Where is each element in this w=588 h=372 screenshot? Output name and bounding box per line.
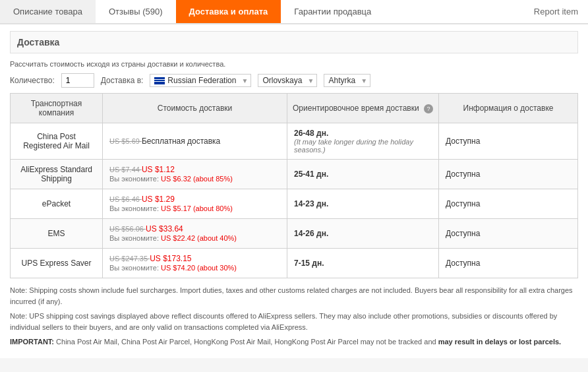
shipping-availability: Доступна: [439, 189, 578, 219]
region-value: Orlovskaya: [262, 76, 302, 85]
shipping-time: 25-41 дн.: [287, 160, 439, 189]
header-carrier: Транспортная компания: [11, 94, 103, 123]
savings-value: US $5.17 (about 80%): [161, 204, 233, 212]
savings-prefix: Вы экономите:: [109, 234, 161, 242]
tab-reviews[interactable]: Отзывы (590): [96, 0, 176, 23]
city-dropdown-icon: ▼: [361, 77, 367, 84]
header-info: Информация о доставке: [439, 94, 578, 123]
original-price: US $5.69: [109, 137, 142, 145]
discount-price: US $1.12: [142, 165, 175, 174]
shipping-cost: US $56.06 US $33.64Вы экономите: US $22.…: [103, 219, 287, 249]
tab-description[interactable]: Описание товара: [0, 0, 96, 23]
shipping-cost: US $6.46 US $1.29Вы экономите: US $5.17 …: [103, 189, 287, 219]
shipping-availability: Доступна: [439, 219, 578, 249]
carrier-name: EMS: [11, 219, 103, 249]
shipping-cost: US $7.44 US $1.12Вы экономите: US $6.32 …: [103, 160, 287, 189]
table-row: UPS Express SaverUS $247.35 US $173.15Вы…: [11, 249, 578, 278]
carrier-name: ePacket: [11, 189, 103, 219]
table-row: China Post Registered Air MailUS $5.69 Б…: [11, 123, 578, 160]
time-main: 14-23 дн.: [294, 199, 432, 208]
time-main: 26-48 дн.: [294, 129, 432, 138]
note3-bold: may result in delays or lost parcels.: [438, 338, 561, 346]
region-select-wrapper[interactable]: Orlovskaya ▼: [258, 74, 317, 87]
time-main: 7-15 дн.: [294, 259, 432, 268]
region-dropdown-icon: ▼: [308, 77, 314, 84]
shipping-time: 14-23 дн.: [287, 189, 439, 219]
shipping-time: 14-26 дн.: [287, 219, 439, 249]
shipping-time: 7-15 дн.: [287, 249, 439, 278]
table-row: EMSUS $56.06 US $33.64Вы экономите: US $…: [11, 219, 578, 249]
shipping-cost: US $247.35 US $173.15Вы экономите: US $7…: [103, 249, 287, 278]
note1: Note: Shipping costs shown include fuel …: [10, 285, 578, 307]
delivery-label: Доставка в:: [101, 76, 144, 85]
savings-value: US $6.32 (about 85%): [161, 175, 233, 183]
shipping-availability: Доступна: [439, 160, 578, 189]
carrier-name: AliExpress Standard Shipping: [11, 160, 103, 189]
note3-text: China Post Air Mail, China Post Air Parc…: [56, 338, 438, 346]
table-row: ePacketUS $6.46 US $1.29Вы экономите: US…: [11, 189, 578, 219]
content-area: Доставка Рассчитать стоимость исходя из …: [0, 24, 588, 358]
shipping-table: Транспортная компания Стоимость доставки…: [10, 93, 578, 278]
tab-guarantee[interactable]: Гарантии продавца: [281, 0, 384, 23]
shipping-availability: Доступна: [439, 123, 578, 160]
country-select-wrapper[interactable]: Russian Federation ▼: [150, 74, 251, 87]
savings-value: US $74.20 (about 30%): [161, 264, 237, 272]
city-value: Ahtyrka: [328, 76, 355, 85]
original-price: US $56.06: [109, 225, 146, 233]
shipping-cost: US $5.69 Бесплатная доставка: [103, 123, 287, 160]
savings-prefix: Вы экономите:: [109, 264, 161, 272]
time-main: 14-26 дн.: [294, 229, 432, 238]
savings-value: US $22.42 (about 40%): [161, 234, 237, 242]
discount-price: US $1.29: [142, 195, 175, 204]
time-note: (It may take longer during the holiday s…: [294, 138, 432, 154]
table-row: AliExpress Standard ShippingUS $7.44 US …: [11, 160, 578, 189]
header-time: Ориентировочное время доставки ?: [287, 94, 439, 123]
quantity-input[interactable]: [61, 73, 94, 88]
note2: Note: UPS shipping cost savings displaye…: [10, 311, 578, 332]
country-value: Russian Federation: [167, 76, 236, 85]
report-item-link[interactable]: Report item: [524, 0, 588, 23]
country-dropdown-icon: ▼: [242, 77, 249, 84]
carrier-name: UPS Express Saver: [11, 249, 103, 278]
shipping-form: Количество: Доставка в: Russian Federati…: [10, 73, 578, 88]
original-price: US $7.44: [109, 166, 142, 173]
calc-note: Рассчитать стоимость исходя из страны до…: [10, 60, 578, 68]
russia-flag-icon: [154, 77, 165, 84]
time-main: 25-41 дн.: [294, 170, 432, 179]
header-cost: Стоимость доставки: [103, 94, 287, 123]
quantity-label: Количество:: [10, 76, 55, 85]
savings-prefix: Вы экономите:: [109, 204, 161, 212]
discount-price: US $33.64: [146, 224, 183, 233]
savings-prefix: Вы экономите:: [109, 175, 161, 183]
tab-shipping[interactable]: Доставка и оплата: [176, 0, 281, 23]
shipping-time: 26-48 дн.(It may take longer during the …: [287, 123, 439, 160]
note3: IMPORTANT: China Post Air Mail, China Po…: [10, 336, 578, 348]
city-select-wrapper[interactable]: Ahtyrka ▼: [324, 74, 370, 87]
help-icon[interactable]: ?: [424, 104, 433, 113]
shipping-notes: Note: Shipping costs shown include fuel …: [10, 285, 578, 348]
shipping-availability: Доступна: [439, 249, 578, 278]
original-price: US $6.46: [109, 195, 142, 203]
discount-price: US $173.15: [150, 254, 191, 263]
carrier-name: China Post Registered Air Mail: [11, 123, 103, 160]
original-price: US $247.35: [109, 255, 150, 263]
section-title: Доставка: [10, 31, 578, 53]
free-shipping-label: Бесплатная доставка: [142, 137, 220, 146]
tab-bar: Описание товара Отзывы (590) Доставка и …: [0, 0, 588, 24]
important-label: IMPORTANT:: [10, 338, 54, 346]
